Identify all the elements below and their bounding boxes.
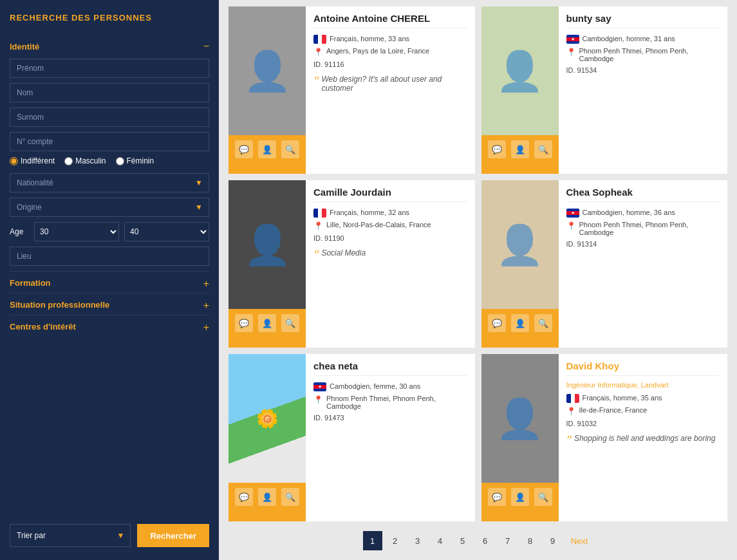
- profile-icon[interactable]: 👤: [258, 488, 276, 506]
- radio-indifferent-label: Indifférent: [21, 156, 55, 165]
- card-location: 📍 Phnom Penh Thmei, Phnom Penh, Cambodge: [566, 47, 720, 62]
- profile-icon[interactable]: 👤: [511, 140, 529, 158]
- card-location: 📍 Phnom Penh Thmei, Phnom Penh, Cambodge: [313, 395, 467, 410]
- page-button-2[interactable]: 2: [386, 531, 405, 550]
- message-icon[interactable]: 💬: [488, 488, 506, 506]
- flag-kh-icon: ★: [566, 35, 579, 44]
- card-info: chea neta ★ Cambodgien, femme, 30 ans 📍 …: [306, 354, 475, 521]
- location-pin-icon: 📍: [566, 48, 576, 57]
- card-quote: "Web design? It's all about user and cus…: [313, 75, 467, 93]
- search-person-icon[interactable]: 🔍: [534, 488, 552, 506]
- radio-feminin[interactable]: Féminin: [116, 156, 154, 165]
- profile-icon[interactable]: 👤: [258, 140, 276, 158]
- card-photo-camille: 👤: [229, 180, 306, 309]
- radio-masculin[interactable]: Masculin: [64, 156, 106, 165]
- card-location: 📍 Lille, Nord-Pas-de-Calais, France: [313, 221, 467, 230]
- search-person-icon[interactable]: 🔍: [534, 314, 552, 332]
- card-location: 📍 Ile-de-France, France: [566, 406, 720, 416]
- card-id: ID. 91032: [566, 420, 720, 427]
- title-highlight: PERSONNES: [93, 13, 152, 23]
- formation-plus-icon: +: [203, 278, 209, 290]
- nationality-text: Français, homme, 35 ans: [583, 393, 662, 404]
- main-content: 👤 💬 👤 🔍 Antoine Antoine CHEREL Français,…: [219, 0, 737, 560]
- radio-indifferent[interactable]: Indifférent: [10, 156, 55, 165]
- location-text: Ile-de-France, France: [579, 406, 648, 414]
- location-text: Angers, Pays de la Loire, France: [326, 47, 429, 55]
- location-pin-icon: 📍: [566, 407, 576, 416]
- sidebar-title: RECHERCHE DES PERSONNES: [10, 13, 209, 23]
- search-person-icon[interactable]: 🔍: [281, 314, 299, 332]
- pagination: 123456789Next: [229, 521, 727, 554]
- search-person-icon[interactable]: 🔍: [281, 140, 299, 158]
- rechercher-button[interactable]: Rechercher: [137, 524, 209, 547]
- card-meta-nationality: ★ Cambodgien, homme, 31 ans: [566, 33, 720, 44]
- profile-icon[interactable]: 👤: [511, 314, 529, 332]
- next-page-button[interactable]: Next: [566, 536, 593, 546]
- identite-toggle[interactable]: −: [203, 41, 209, 52]
- card-info: David Khoy Ingénieur Informatique, Landv…: [559, 354, 728, 521]
- nom-input[interactable]: [10, 83, 209, 102]
- centres-section[interactable]: + Centres d'intérêt: [10, 315, 209, 337]
- card-actions: 💬 👤 🔍: [481, 309, 559, 348]
- trier-select[interactable]: Trier par: [10, 524, 131, 547]
- card-photo-container: 👤 💬 👤 🔍: [481, 6, 559, 174]
- message-icon[interactable]: 💬: [488, 314, 506, 332]
- card-photo-bunty: 👤: [481, 6, 559, 135]
- card-actions: 💬 👤 🔍: [229, 309, 306, 348]
- flag-kh-icon: ★: [566, 209, 579, 218]
- page-button-9[interactable]: 9: [543, 531, 563, 550]
- profile-icon[interactable]: 👤: [258, 314, 276, 332]
- profile-icon[interactable]: 👤: [511, 488, 529, 506]
- location-pin-icon: 📍: [313, 395, 323, 404]
- card-info: Antoine Antoine CHEREL Français, homme, …: [306, 6, 475, 174]
- formation-section[interactable]: + Formation: [10, 271, 209, 293]
- lieu-input[interactable]: [10, 247, 209, 266]
- page-button-7[interactable]: 7: [498, 531, 518, 550]
- message-icon[interactable]: 💬: [235, 140, 253, 158]
- quote-mark-icon: ": [313, 248, 319, 261]
- situation-section[interactable]: + Situation professionnelle: [10, 293, 209, 315]
- card-info: bunty say ★ Cambodgien, homme, 31 ans 📍 …: [559, 6, 728, 174]
- page-button-5[interactable]: 5: [453, 531, 472, 550]
- quote-text: Web design? It's all about user and cust…: [321, 75, 467, 93]
- card-meta-nationality: ★ Cambodgien, homme, 36 ans: [566, 207, 720, 218]
- search-person-icon[interactable]: 🔍: [281, 488, 299, 506]
- situation-label: Situation professionnelle: [10, 300, 109, 310]
- card-photo-container: 👤 💬 👤 🔍: [481, 354, 559, 521]
- identite-section-header: Identité −: [10, 41, 209, 52]
- page-button-3[interactable]: 3: [408, 531, 427, 550]
- centres-label: Centres d'intérêt: [10, 322, 76, 331]
- message-icon[interactable]: 💬: [235, 488, 253, 506]
- location-text: Phnom Penh Thmei, Phnom Penh, Cambodge: [579, 47, 720, 62]
- origine-select[interactable]: Origine: [10, 198, 209, 217]
- card-id: ID. 91534: [566, 66, 720, 74]
- card-name: Antoine Antoine CHEREL: [313, 13, 467, 28]
- prenom-input[interactable]: [10, 59, 209, 78]
- formation-label: Formation: [10, 278, 51, 288]
- location-pin-icon: 📍: [313, 221, 323, 230]
- title-static: RECHERCHE DES: [10, 13, 93, 23]
- page-button-4[interactable]: 4: [431, 531, 450, 550]
- quote-text: Shopping is hell and weddings are boring: [574, 434, 716, 443]
- location-text: Phnom Penh Thmei, Phnom Penh, Cambodge: [326, 395, 467, 410]
- age-min-select[interactable]: 30: [34, 222, 119, 241]
- age-max-select[interactable]: 40: [124, 222, 209, 241]
- surnom-input[interactable]: [10, 107, 209, 127]
- search-person-icon[interactable]: 🔍: [534, 140, 552, 158]
- nationalite-select[interactable]: Nationalité: [10, 173, 209, 192]
- page-button-6[interactable]: 6: [476, 531, 495, 550]
- card-quote: "Shopping is hell and weddings are borin…: [566, 434, 720, 447]
- origine-wrap: Origine ▼: [10, 198, 209, 217]
- card-actions: 💬 👤 🔍: [481, 483, 559, 521]
- card-photo-antoine: 👤: [229, 6, 306, 135]
- card-id: ID. 91314: [566, 240, 720, 248]
- message-icon[interactable]: 💬: [488, 140, 506, 158]
- compte-input[interactable]: [10, 132, 209, 151]
- message-icon[interactable]: 💬: [235, 314, 253, 332]
- location-pin-icon: 📍: [566, 221, 576, 230]
- card-photo-chea: 👤: [481, 180, 559, 309]
- page-button-1[interactable]: 1: [363, 531, 382, 550]
- card-actions: 💬 👤 🔍: [229, 135, 306, 174]
- page-button-8[interactable]: 8: [521, 531, 540, 550]
- card-name: bunty say: [566, 13, 720, 28]
